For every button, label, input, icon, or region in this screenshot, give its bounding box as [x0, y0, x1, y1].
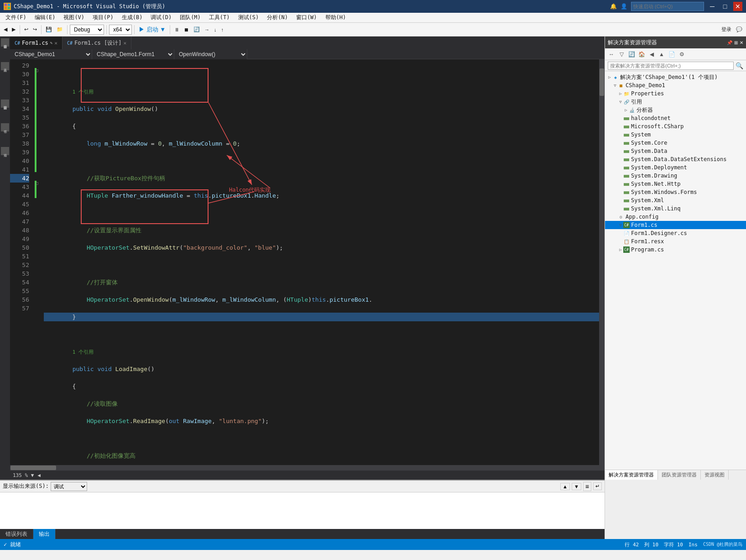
tree-solution[interactable]: ▷ ◈ 解决方案'CShape_Demo1'(1 个项目): [605, 73, 746, 81]
output-lock-btn[interactable]: ▼: [572, 483, 581, 490]
se-close-button[interactable]: ✕: [740, 40, 743, 45]
menu-window[interactable]: 窗口(W): [292, 13, 321, 22]
tree-ref-system-data[interactable]: ■■ System.Data: [605, 147, 746, 155]
editor-scrollbar[interactable]: [599, 59, 605, 471]
minimize-button[interactable]: ─: [708, 2, 717, 11]
tree-ref-halcon[interactable]: ■■ halcondotnet: [605, 114, 746, 122]
start-button[interactable]: ▶ 启动 ▼: [137, 26, 167, 34]
tree-ref-xmllinq[interactable]: ■■ System.Xml.Linq: [605, 204, 746, 213]
code-content[interactable]: 1 个引用 public void OpenWindow() { long m_…: [42, 59, 605, 471]
ref-icon-5: ■■: [623, 148, 630, 154]
bottom-tab-errors[interactable]: 错误列表: [0, 529, 33, 539]
se-settings-btn[interactable]: ⚙: [677, 50, 686, 59]
se-collapse-btn[interactable]: ▲: [657, 50, 666, 59]
maximize-button[interactable]: □: [720, 2, 730, 11]
tab-form1-cs[interactable]: C# Form1.cs ✎ ✕: [10, 37, 63, 49]
bottom-tab-output[interactable]: 输出: [33, 529, 56, 539]
close-button[interactable]: ✕: [733, 2, 742, 11]
se-search-input[interactable]: [608, 62, 734, 70]
tree-ref-winforms[interactable]: ■■ System.Windows.Forms: [605, 188, 746, 196]
tree-form1-cs[interactable]: ▽ C# Form1.cs: [605, 221, 746, 229]
se-tab-resources[interactable]: 资源视图: [701, 470, 729, 480]
se-sync-btn[interactable]: ↔: [607, 50, 616, 59]
tree-ref-drawing[interactable]: ■■ System.Drawing: [605, 172, 746, 180]
designer-icon: 📄: [623, 230, 630, 236]
se-newfile-btn[interactable]: 📄: [667, 50, 676, 59]
tree-references[interactable]: ▽ 🔗 引用: [605, 98, 746, 106]
menu-edit[interactable]: 编辑(E): [31, 13, 59, 22]
sidebar-notification[interactable]: 通知: [1, 147, 9, 155]
sidebar-server-explorer[interactable]: 服务器资源管理器: [1, 38, 9, 47]
toolbar-stepinto[interactable]: ↓: [212, 25, 219, 35]
h-scrollbar-thumb[interactable]: [10, 466, 56, 470]
toolbar-save[interactable]: 💾: [44, 25, 54, 35]
code-editor[interactable]: 29 30 31 32 33 34 35 36 37 38 39 40 41 4…: [10, 59, 605, 471]
tree-appconfig[interactable]: ⚙ App.config: [605, 213, 746, 221]
toolbar-stepout[interactable]: ↑: [219, 25, 226, 35]
se-filter-btn[interactable]: ▽: [617, 50, 626, 59]
menu-test[interactable]: 测试(S): [235, 13, 263, 22]
nav-method-dropdown[interactable]: OpenWindow(): [174, 49, 247, 59]
nav-method-class-dropdown[interactable]: CShape_Demo1.Form1: [92, 49, 174, 59]
svg-rect-0: [5, 4, 7, 6]
output-wrap-btn[interactable]: ↵: [593, 482, 602, 490]
tree-properties[interactable]: ▷ 📁 Properties: [605, 89, 746, 98]
horizontal-scrollbar[interactable]: [10, 465, 599, 471]
menu-team[interactable]: 团队(M): [176, 13, 204, 22]
tab-close-form1[interactable]: ✕: [54, 40, 57, 46]
scrollbar-thumb[interactable]: [600, 68, 604, 96]
menu-help[interactable]: 帮助(H): [322, 13, 350, 22]
tree-program-cs[interactable]: ▷ C# Program.cs: [605, 246, 746, 254]
se-home-btn[interactable]: 🏠: [637, 50, 646, 59]
menu-tools[interactable]: 工具(T): [205, 13, 234, 22]
tree-ref-system-core[interactable]: ■■ System.Core: [605, 139, 746, 147]
toolbar-feedback[interactable]: 💬: [734, 25, 744, 35]
sidebar-bookmark[interactable]: 书签: [1, 123, 9, 131]
tree-project[interactable]: ▽ ■ CShape_Demo1: [605, 81, 746, 89]
se-pin-button[interactable]: 📌: [727, 40, 732, 45]
output-scroll-btn[interactable]: ≡: [583, 482, 591, 491]
tree-ref-xml[interactable]: ■■ System.Xml: [605, 196, 746, 204]
login-button[interactable]: 登录: [720, 25, 733, 35]
se-tab-solution[interactable]: 解决方案资源管理器: [605, 470, 658, 480]
tree-ref-system[interactable]: ■■ System: [605, 131, 746, 139]
toolbar-back[interactable]: ◀: [2, 25, 9, 35]
menu-build[interactable]: 生成(B): [118, 13, 146, 22]
tab-form1-design[interactable]: C# Form1.cs [设计] ✕: [63, 37, 131, 49]
debug-config-dropdown[interactable]: Debug Release: [70, 25, 104, 35]
tree-ref-dataset-ext[interactable]: ■■ System.Data.DataSetExtensions: [605, 155, 746, 163]
toolbar-restart[interactable]: 🔄: [192, 25, 202, 35]
references-label: 引用: [631, 98, 642, 106]
tree-form1-resx[interactable]: 📋 Form1.resx: [605, 237, 746, 246]
se-tab-team[interactable]: 团队资源管理器: [658, 470, 701, 480]
se-refresh-btn[interactable]: 🔄: [627, 50, 636, 59]
platform-dropdown[interactable]: x64 x86: [109, 25, 132, 35]
tree-analyzer[interactable]: ▷ 🔬 分析器: [605, 106, 746, 114]
tree-ref-nethttp[interactable]: ■■ System.Net.Http: [605, 180, 746, 188]
quick-launch-input[interactable]: [631, 2, 704, 11]
menu-file[interactable]: 文件(F): [2, 13, 30, 22]
sidebar-team[interactable]: 团队资源管理器: [1, 99, 9, 108]
menu-debug[interactable]: 调试(D): [147, 13, 175, 22]
toolbar-saveall[interactable]: 📁: [55, 25, 65, 35]
menu-view[interactable]: 视图(V): [60, 13, 88, 22]
nav-class-dropdown[interactable]: CShape_Demo1: [10, 49, 92, 59]
output-clear-btn[interactable]: ▲: [560, 483, 570, 490]
tab-close-design[interactable]: ✕: [123, 40, 126, 46]
toolbar-forward[interactable]: ▶: [10, 25, 17, 35]
menu-analyze[interactable]: 分析(N): [263, 13, 292, 22]
toolbar-pause[interactable]: ⏸: [172, 25, 181, 35]
output-source-dropdown[interactable]: 调试: [51, 482, 87, 491]
tree-form1-designer[interactable]: 📄 Form1.Designer.cs: [605, 229, 746, 237]
tree-ref-microsoft-csharp[interactable]: ■■ Microsoft.CSharp: [605, 122, 746, 131]
toolbar-stop[interactable]: ⏹: [182, 25, 191, 35]
menu-project[interactable]: 项目(P): [89, 13, 117, 22]
se-back-btn[interactable]: ◀: [647, 50, 656, 59]
toolbar-stepover[interactable]: →: [203, 25, 211, 35]
se-float-button[interactable]: ⊞: [734, 40, 738, 45]
tree-ref-deployment[interactable]: ■■ System.Deployment: [605, 163, 746, 172]
toolbar-undo[interactable]: ↩: [22, 25, 30, 35]
sidebar-toolbox[interactable]: 工具箱: [1, 62, 9, 70]
toolbar-redo[interactable]: ↪: [31, 25, 39, 35]
ref-icon-2: ■■: [623, 123, 630, 130]
